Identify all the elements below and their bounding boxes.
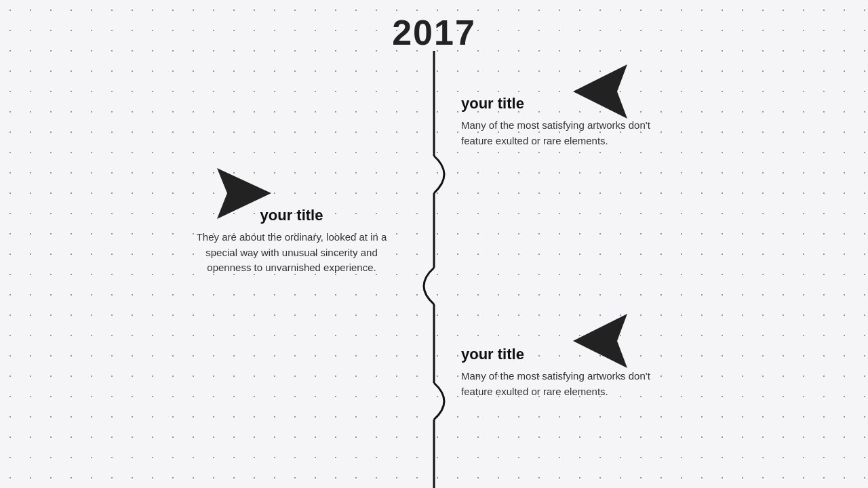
arrow-entry-2 xyxy=(210,168,271,219)
year-title: 2017 xyxy=(392,12,476,53)
svg-marker-5 xyxy=(217,168,271,219)
main-content: 2017 your title Many of the most satisfy… xyxy=(0,0,868,488)
arrow-entry-1 xyxy=(573,64,641,119)
entry-2-body: They are about the ordinary, looked at i… xyxy=(183,230,400,276)
svg-marker-6 xyxy=(573,314,627,368)
entry-1-body: Many of the most satisfying artworks don… xyxy=(461,118,671,148)
arrow-entry-3 xyxy=(573,314,641,368)
svg-marker-4 xyxy=(573,64,627,119)
timeline-line xyxy=(414,51,454,488)
entry-3-body: Many of the most satisfying artworks don… xyxy=(461,369,671,399)
